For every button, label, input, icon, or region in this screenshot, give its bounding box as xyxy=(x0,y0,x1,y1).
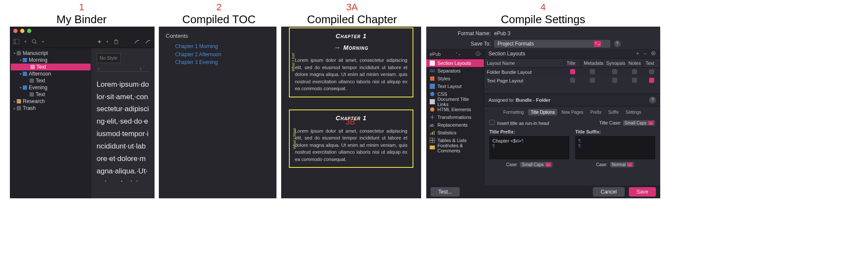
tree-manuscript[interactable]: ▾Manuscript xyxy=(10,50,91,57)
help-icon-2[interactable]: ? xyxy=(649,97,656,103)
add-layout-icon[interactable]: + xyxy=(636,51,639,57)
opt-separators[interactable]: Separators xyxy=(426,67,484,75)
format-name-value: ePub 3 xyxy=(494,30,510,36)
svg-rect-7 xyxy=(430,61,435,66)
chapter-title-2: Chapter 1 xyxy=(295,115,407,121)
editor-body-text[interactable]: Lorem·ipsum·dolor·sit·amet,·consectetur·… xyxy=(97,79,149,182)
tree-morning[interactable]: ▾Morning xyxy=(10,57,91,64)
chapter-title-1: Chapter 1 xyxy=(295,33,407,39)
segment-what-i-get: What I Get Chapter 1 → Morning Lorem ips… xyxy=(289,27,413,97)
styles-icon xyxy=(430,76,435,81)
svg-point-2 xyxy=(32,39,36,43)
chk-title-1[interactable] xyxy=(570,69,575,74)
chk-meta-2[interactable] xyxy=(590,78,595,83)
tab-settings[interactable]: Settings xyxy=(623,109,643,115)
suffix-textbox[interactable]: ¶ ¶ xyxy=(575,136,655,159)
chk-syn-1[interactable] xyxy=(612,69,617,74)
binder-window: ▾ ▾ + ▾ ▾Manuscript ▾Morning Text ▾After… xyxy=(10,27,155,198)
chk-meta-1[interactable] xyxy=(590,69,595,74)
tree-research[interactable]: ▸Research xyxy=(10,98,91,105)
epub-select[interactable]: ePub ⌃⌄ ⓘ xyxy=(426,49,484,59)
save-button[interactable]: Save xyxy=(629,187,656,197)
link-icon xyxy=(430,99,435,104)
opt-replacements[interactable]: abReplacements xyxy=(426,121,484,129)
chk-title-2[interactable] xyxy=(570,78,575,83)
label-3a-num: 3A xyxy=(300,2,404,13)
opt-footnotes[interactable]: Footnotes & Comments xyxy=(426,144,484,152)
editor-pane[interactable]: No Style 0 1 Lorem·ipsum·dolor·sit·amet,… xyxy=(91,48,155,198)
opt-transformations[interactable]: Transformations xyxy=(426,113,484,121)
opt-doc-title-links[interactable]: Document Title Links xyxy=(426,98,484,106)
seg1-label: What I Get xyxy=(291,53,295,72)
tree-evening[interactable]: ▾Evening xyxy=(10,84,91,91)
test-button[interactable]: Test... xyxy=(431,187,460,197)
tree-text-2[interactable]: Text xyxy=(10,77,91,84)
help-icon[interactable]: ? xyxy=(614,40,621,47)
tree-text-selected[interactable]: Text xyxy=(11,64,91,70)
title-options-tabs: Formatting Title Options New Pages Prefi… xyxy=(484,106,660,118)
view-mode-icon[interactable] xyxy=(13,39,19,44)
tree-afternoon[interactable]: ▾Afternoon xyxy=(10,70,91,77)
stats-icon xyxy=(430,130,435,135)
add-icon[interactable]: + xyxy=(97,38,101,45)
layout-row-folder-bundle[interactable]: Folder Bundle Layout xyxy=(484,68,660,76)
tab-formatting[interactable]: Formatting xyxy=(501,109,526,115)
opt-section-layouts[interactable]: Section Layouts xyxy=(426,59,484,67)
style-dropdown[interactable]: No Style xyxy=(97,53,121,63)
compile-settings: Format Name: ePub 3 Save To: Project For… xyxy=(426,27,660,198)
chk-syn-2[interactable] xyxy=(612,78,617,83)
tab-title-options[interactable]: Title Options xyxy=(528,109,557,115)
table-icon xyxy=(430,138,435,143)
chk-text-1[interactable] xyxy=(649,69,654,74)
label-4-txt: Compile Settings xyxy=(494,13,592,26)
text-layout-icon xyxy=(430,84,435,89)
layout-table-header: Layout Name Title Metadata Synopsis Note… xyxy=(484,59,660,68)
lorem-2: Lorem ipsum dolor sit amet, consectetur … xyxy=(295,127,407,163)
brush-icon[interactable] xyxy=(134,39,140,44)
toc-link-2[interactable]: Chapter 2 Afternoon xyxy=(175,51,270,59)
prefix-textbox[interactable]: Chapter <$n>¶ ¶ xyxy=(489,136,569,159)
footnote-icon xyxy=(430,146,435,151)
chk-notes-1[interactable] xyxy=(632,69,637,74)
opt-text-layout[interactable]: Text Layout xyxy=(426,82,484,90)
chk-text-2[interactable] xyxy=(649,78,654,83)
suffix-case-select[interactable]: Normal⌄ xyxy=(610,162,634,167)
tab-new-pages[interactable]: New Pages xyxy=(559,109,586,115)
binder-sidebar: ▾Manuscript ▾Morning Text ▾Afternoon Tex… xyxy=(10,48,91,198)
opt-styles[interactable]: Styles xyxy=(426,75,484,82)
title-case-select[interactable]: Small Caps⌄ xyxy=(623,120,655,126)
layout-row-text-page[interactable]: Text Page Layout xyxy=(484,76,660,85)
trash-icon[interactable] xyxy=(114,39,118,44)
prefix-case-select[interactable]: Small Caps⌄ xyxy=(520,162,552,167)
save-to-select[interactable]: Project Formats ⌃⌄ xyxy=(494,40,610,48)
zoom-traffic-light[interactable] xyxy=(27,29,31,33)
prefix-label: Title Prefix: xyxy=(489,129,569,134)
runin-checkbox[interactable] xyxy=(489,120,495,125)
toc-link-3[interactable]: Chapter 3 Evening xyxy=(175,58,270,67)
tab-prefix[interactable]: Prefix xyxy=(588,109,604,115)
chk-notes-2[interactable] xyxy=(632,78,637,83)
svg-text:ab: ab xyxy=(430,123,434,127)
remove-layout-icon[interactable]: − xyxy=(643,51,646,57)
save-to-label: Save To: xyxy=(431,41,491,47)
tree-trash[interactable]: ▸Trash xyxy=(10,105,91,112)
svg-rect-22 xyxy=(430,146,435,149)
ruler: 0 1 xyxy=(97,66,149,72)
gear-icon[interactable] xyxy=(651,51,656,57)
layout-icon xyxy=(430,61,435,66)
tab-suffix[interactable]: Suffix xyxy=(606,109,622,115)
replace-icon: ab xyxy=(430,122,435,127)
opt-statistics[interactable]: Statistics xyxy=(426,129,484,136)
svg-line-3 xyxy=(35,42,36,44)
search-icon[interactable] xyxy=(32,39,37,44)
section-layouts-title: Section Layouts xyxy=(489,51,525,57)
tree-text-3[interactable]: Text xyxy=(10,91,91,98)
svg-rect-17 xyxy=(432,132,433,135)
label-2-num: 2 xyxy=(178,2,260,13)
toc-link-1[interactable]: Chapter 1 Morning xyxy=(175,42,270,51)
brush2-icon[interactable] xyxy=(145,39,151,44)
cancel-button[interactable]: Cancel xyxy=(593,187,624,197)
info-icon[interactable]: ⓘ xyxy=(476,51,480,57)
close-traffic-light[interactable] xyxy=(13,29,18,33)
minimize-traffic-light[interactable] xyxy=(20,29,24,33)
